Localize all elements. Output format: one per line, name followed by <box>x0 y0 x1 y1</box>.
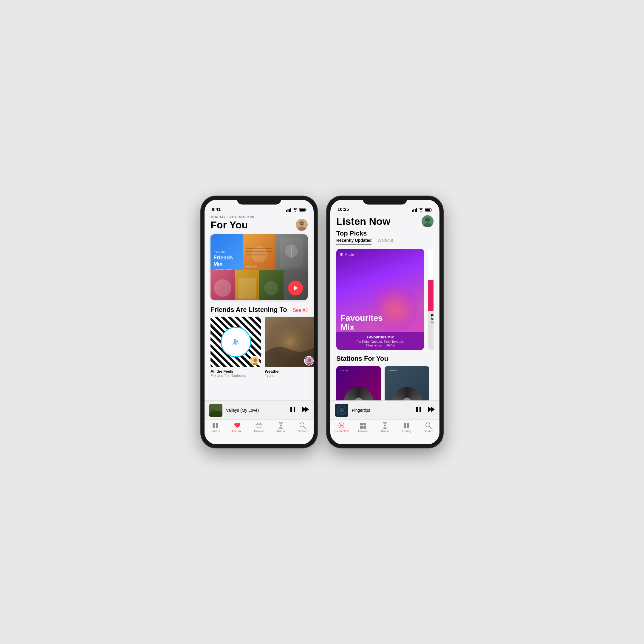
svg-rect-24 <box>238 278 256 298</box>
pause-button-right[interactable] <box>416 406 422 414</box>
mini-player-right[interactable]: Fingertips <box>330 400 439 419</box>
feels-vinyl: ALLTHEFEELS <box>221 327 251 357</box>
avatar-left[interactable] <box>296 219 308 231</box>
svg-rect-69 <box>363 426 366 429</box>
friend-name-1: All the Feels <box>210 369 261 374</box>
signal-icon-left <box>286 208 291 212</box>
station-card-1[interactable]: ♫ MUSIC <box>336 366 381 400</box>
svg-marker-26 <box>294 285 298 291</box>
page-title-left: For You <box>210 219 248 231</box>
tab-label-browse-right: Browse <box>358 430 368 433</box>
tab-library-right[interactable]: Library <box>396 422 418 433</box>
svg-rect-1 <box>288 209 289 212</box>
search-icon-right <box>425 422 432 429</box>
friends-list[interactable]: ALLTHEFEELS All the Feels Fitz and The T… <box>205 317 314 384</box>
p2-title: Listen Now <box>336 216 390 227</box>
svg-rect-48 <box>416 208 417 212</box>
svg-rect-36 <box>294 407 295 412</box>
friend-name-2: Weather <box>265 369 314 374</box>
friend-avatar-2 <box>304 356 314 366</box>
svg-rect-5 <box>300 209 305 211</box>
svg-point-8 <box>299 221 304 226</box>
tab-label-search-left: Search <box>298 430 308 433</box>
listen-now-icon <box>338 422 345 429</box>
tab-for-you-left[interactable]: For You <box>226 422 248 433</box>
mix-title: Friends Mix <box>213 255 240 267</box>
tab-label-search-right: Search <box>424 430 434 433</box>
see-all-friends[interactable]: See All <box>293 308 308 313</box>
screen-right: 10:25 ↑ <box>330 200 439 444</box>
tab-label-library-right: Library <box>402 430 411 433</box>
browse-icon-right <box>360 422 367 429</box>
library-icon-left <box>212 422 219 429</box>
fav-mix-card[interactable]: Music Favourites Mix Favourites Mix Flo … <box>336 249 424 350</box>
battery-icon-right <box>425 208 432 212</box>
tab-search-left[interactable]: Search <box>292 422 314 433</box>
tab-workout[interactable]: Workout <box>377 238 393 244</box>
friends-title: Friends Are Listening To <box>210 306 287 314</box>
skip-button-right[interactable] <box>428 406 435 414</box>
tab-search-right[interactable]: Search <box>418 422 439 433</box>
friend-avatar-1 <box>250 356 259 366</box>
page-date: MONDAY, SEPTEMBER 30 <box>210 215 308 219</box>
fav-card-footer: Favourites Mix Flo Rida, Outkast, Tinie … <box>336 332 424 350</box>
svg-marker-63 <box>431 407 435 412</box>
tab-recently-updated[interactable]: Recently Updated <box>336 238 371 244</box>
avatar-right[interactable] <box>422 215 434 227</box>
tab-bar-right: Listen Now Browse Rad <box>330 419 439 444</box>
fav-mix-scroll[interactable]: Music Favourites Mix Favourites Mix Flo … <box>336 249 434 350</box>
screen-content-right[interactable]: Listen Now Top Picks <box>330 213 439 400</box>
screen-content-left[interactable]: MONDAY, SEPTEMBER 30 For You <box>205 213 314 400</box>
avatar-image-left <box>296 219 308 231</box>
svg-rect-41 <box>214 424 215 427</box>
pure-card-art <box>428 249 434 311</box>
mini-player-title-left: Valleys (My Love) <box>226 408 286 413</box>
svg-rect-61 <box>419 407 421 412</box>
status-icons-right <box>412 208 432 212</box>
tab-browse-right[interactable]: Browse <box>352 422 374 433</box>
svg-rect-50 <box>425 209 430 211</box>
mini-player-info-right: Fingertips <box>352 408 412 413</box>
skip-button-left[interactable] <box>302 406 309 414</box>
mini-player-art-left <box>209 404 222 417</box>
browse-icon-left <box>256 422 263 429</box>
mini-player-controls-left[interactable] <box>290 406 309 414</box>
tab-radio-left[interactable]: Radio <box>270 422 292 433</box>
svg-marker-38 <box>305 407 309 412</box>
valleys-art <box>209 404 222 417</box>
mini-player-left[interactable]: Valleys (My Love) <box>205 400 314 419</box>
svg-rect-16 <box>246 254 266 255</box>
svg-point-32 <box>308 358 311 362</box>
pause-button-left[interactable] <box>290 406 296 414</box>
friend-card-2[interactable]: Weather Tycho <box>265 317 314 378</box>
svg-point-42 <box>280 425 282 426</box>
fav-card-bg: Music Favourites Mix Favourites Mix Flo … <box>336 249 424 350</box>
friends-section-header: Friends Are Listening To See All <box>205 306 314 317</box>
svg-rect-71 <box>404 423 406 428</box>
tab-label-library-left: Library <box>211 430 220 433</box>
tab-browse-left[interactable]: Browse <box>248 422 270 433</box>
mini-player-controls-right[interactable] <box>416 406 435 414</box>
friend-card-1[interactable]: ALLTHEFEELS All the Feels Fitz and The T… <box>210 317 261 378</box>
phone-left: 9:41 <box>201 196 317 448</box>
tab-library-left[interactable]: Library <box>205 422 226 433</box>
tab-radio-right[interactable]: Radio <box>374 422 396 433</box>
fav-apple-text: Music <box>345 253 354 256</box>
apple-logo-fav <box>340 253 343 256</box>
status-time-left: 9:41 <box>212 207 221 212</box>
wifi-icon-left <box>293 208 298 212</box>
fav-title-1: Favourites <box>340 314 383 323</box>
time-location: 10:25 ↑ <box>338 207 352 212</box>
station-logo-2: ♫ MUSIC <box>388 369 398 372</box>
stations-list[interactable]: ♫ MUSIC ♫ MUSIC <box>336 366 434 400</box>
play-button[interactable] <box>288 281 303 295</box>
tab-bar-left: Library For You Browse <box>205 419 314 444</box>
tab-listen-now[interactable]: Listen Now <box>330 422 352 433</box>
title-row-left: For You <box>210 219 308 231</box>
pure-motiva-card[interactable]: PUREMOTIVA Pure Ap... <box>428 249 434 350</box>
svg-rect-66 <box>360 423 363 425</box>
signal-icon-right <box>412 208 417 212</box>
station-card-2[interactable]: ♫ MUSIC <box>385 366 429 400</box>
mix-card[interactable]: ♫ MUSIC Friends Mix Updated Today <box>210 234 308 300</box>
mix-play-cell[interactable] <box>284 270 308 300</box>
